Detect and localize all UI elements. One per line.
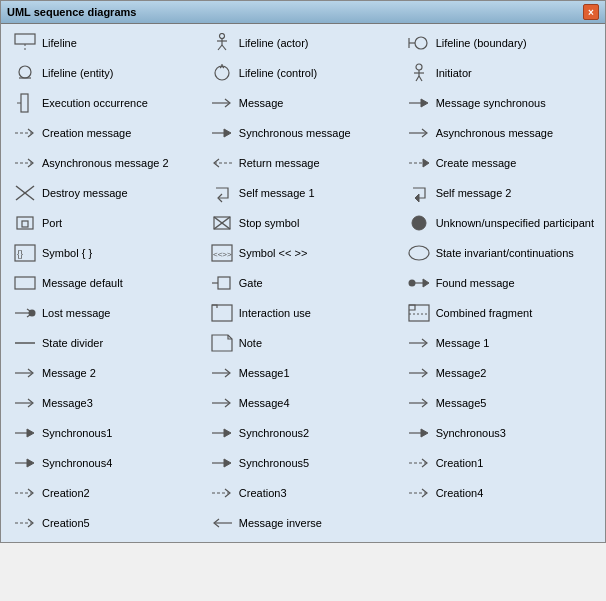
label-creation3: Creation3 [239,487,287,499]
item-creation-message[interactable]: Creation message [5,118,202,148]
icon-destroy-message [12,182,38,204]
item-symbol-braces[interactable]: {}Symbol { } [5,238,202,268]
icon-synchronous5 [209,452,235,474]
label-message1: Message1 [239,367,290,379]
label-creation1: Creation1 [436,457,484,469]
item-port[interactable]: Port [5,208,202,238]
item-lost-message[interactable]: Lost message [5,298,202,328]
item-synchronous1[interactable]: Synchronous1 [5,418,202,448]
item-asynchronous-message-2[interactable]: Asynchronous message 2 [5,148,202,178]
item-state-invariant[interactable]: State invariant/continuations [399,238,601,268]
item-message1[interactable]: Message1 [202,358,399,388]
label-lost-message: Lost message [42,307,110,319]
svg-marker-71 [421,429,428,437]
item-message-default[interactable]: Message default [5,268,202,298]
item-stop-symbol[interactable]: Stop symbol [202,208,399,238]
item-return-message[interactable]: Return message [202,148,399,178]
label-initiator: Initiator [436,67,472,79]
label-lifeline-actor: Lifeline (actor) [239,37,309,49]
item-message-inverse[interactable]: Message inverse [202,508,399,538]
label-unknown-participant: Unknown/unspecified participant [436,217,594,229]
item-message-2[interactable]: Message 2 [5,358,202,388]
item-lifeline-boundary[interactable]: Lifeline (boundary) [399,28,601,58]
item-symbol-angles[interactable]: <<>>Symbol << >> [202,238,399,268]
icon-found-message [406,272,432,294]
svg-marker-31 [423,159,429,167]
icon-port [12,212,38,234]
item-message4[interactable]: Message4 [202,388,399,418]
item-message3[interactable]: Message3 [5,388,202,418]
item-creation5[interactable]: Creation5 [5,508,202,538]
item-found-message[interactable]: Found message [399,268,601,298]
label-port: Port [42,217,62,229]
svg-rect-46 [15,277,35,289]
svg-rect-55 [409,305,429,321]
item-synchronous4[interactable]: Synchronous4 [5,448,202,478]
icon-creation1 [406,452,432,474]
svg-point-10 [19,66,31,78]
icon-lifeline [12,32,38,54]
icon-combined-fragment [406,302,432,324]
icon-gate [209,272,235,294]
item-message-1[interactable]: Message 1 [399,328,601,358]
item-lifeline-control[interactable]: Lifeline (control) [202,58,399,88]
item-destroy-message[interactable]: Destroy message [5,178,202,208]
item-self-message-2[interactable]: Self message 2 [399,178,601,208]
item-creation4[interactable]: Creation4 [399,478,601,508]
label-synchronous5: Synchronous5 [239,457,309,469]
label-symbol-angles: Symbol << >> [239,247,308,259]
label-message4: Message4 [239,397,290,409]
window-title: UML sequence diagrams [7,6,136,18]
item-message-synchronous[interactable]: Message synchronous [399,88,601,118]
item-synchronous-message[interactable]: Synchronous message [202,118,399,148]
item-message2[interactable]: Message2 [399,358,601,388]
item-message5[interactable]: Message5 [399,388,601,418]
item-lifeline[interactable]: Lifeline [5,28,202,58]
item-execution-occurrence[interactable]: Execution occurrence [5,88,202,118]
label-destroy-message: Destroy message [42,187,128,199]
item-lifeline-entity[interactable]: Lifeline (entity) [5,58,202,88]
svg-point-40 [412,216,426,230]
icon-unknown-participant [406,212,432,234]
title-bar: UML sequence diagrams × [1,1,605,24]
icon-return-message [209,152,235,174]
icon-state-invariant [406,242,432,264]
item-asynchronous-message[interactable]: Asynchronous message [399,118,601,148]
icon-synchronous1 [12,422,38,444]
item-create-message[interactable]: Create message [399,148,601,178]
label-stop-symbol: Stop symbol [239,217,300,229]
svg-marker-73 [27,459,34,467]
icon-message-inverse [209,512,235,534]
item-combined-fragment[interactable]: Combined fragment [399,298,601,328]
item-unknown-participant[interactable]: Unknown/unspecified participant [399,208,601,238]
close-button[interactable]: × [583,4,599,20]
item-creation3[interactable]: Creation3 [202,478,399,508]
item-note[interactable]: Note [202,328,399,358]
item-creation1[interactable]: Creation1 [399,448,601,478]
item-synchronous3[interactable]: Synchronous3 [399,418,601,448]
icon-lifeline-boundary [406,32,432,54]
label-interaction-use: Interaction use [239,307,311,319]
svg-text:<<>>: <<>> [213,250,232,259]
label-found-message: Found message [436,277,515,289]
icon-message-1 [406,332,432,354]
icon-message3 [12,392,38,414]
label-synchronous1: Synchronous1 [42,427,112,439]
item-synchronous2[interactable]: Synchronous2 [202,418,399,448]
svg-point-14 [416,64,422,70]
item-self-message-1[interactable]: Self message 1 [202,178,399,208]
svg-line-18 [419,76,422,81]
item-synchronous5[interactable]: Synchronous5 [202,448,399,478]
label-state-invariant: State invariant/continuations [436,247,574,259]
icon-self-message-2 [406,182,432,204]
item-creation2[interactable]: Creation2 [5,478,202,508]
icon-lost-message [12,302,38,324]
item-interaction-use[interactable]: Interaction use [202,298,399,328]
item-state-divider[interactable]: State divider [5,328,202,358]
item-gate[interactable]: Gate [202,268,399,298]
label-asynchronous-message: Asynchronous message [436,127,553,139]
item-lifeline-actor[interactable]: Lifeline (actor) [202,28,399,58]
item-initiator[interactable]: Initiator [399,58,601,88]
item-message[interactable]: Message [202,88,399,118]
label-create-message: Create message [436,157,517,169]
